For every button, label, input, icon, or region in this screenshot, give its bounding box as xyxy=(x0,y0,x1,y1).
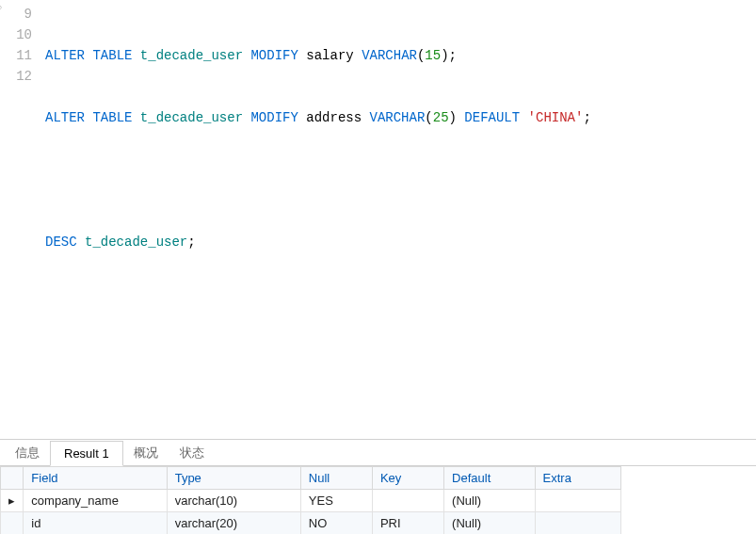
cell-null[interactable]: YES xyxy=(300,490,372,512)
cell-field[interactable]: id xyxy=(24,512,167,535)
cell-type[interactable]: varchar(10) xyxy=(167,490,300,512)
cell-field[interactable]: company_name xyxy=(24,490,167,512)
table-row[interactable]: ▸company_namevarchar(10)YES(Null) xyxy=(1,490,621,512)
cell-default[interactable]: (Null) xyxy=(444,512,535,535)
row-pointer xyxy=(1,512,24,535)
cell-key[interactable] xyxy=(372,490,443,512)
code-line-blank[interactable] xyxy=(45,170,591,190)
code-line[interactable]: ALTER TABLE t_decade_user MODIFY address… xyxy=(45,107,591,128)
sql-editor[interactable]: ○9 10 11 12 ALTER TABLE t_decade_user MO… xyxy=(0,0,756,298)
cell-type[interactable]: varchar(20) xyxy=(167,512,300,535)
tab-result-1[interactable]: Result 1 xyxy=(50,441,123,466)
cell-default[interactable]: (Null) xyxy=(444,490,535,512)
cell-key[interactable]: PRI xyxy=(372,512,443,535)
col-header-default[interactable]: Default xyxy=(444,467,535,490)
col-header-null[interactable]: Null xyxy=(300,467,372,490)
header-row: Field Type Null Key Default Extra xyxy=(1,467,621,490)
line-number: 9 xyxy=(24,7,32,22)
code-line[interactable]: DESC t_decade_user; xyxy=(45,232,591,252)
col-header-extra[interactable]: Extra xyxy=(535,467,620,490)
result-body: ▸company_namevarchar(10)YES(Null)idvarch… xyxy=(1,490,621,535)
row-pointer-header xyxy=(1,467,24,490)
tab-info[interactable]: 信息 xyxy=(4,440,51,466)
tab-profile[interactable]: 概况 xyxy=(122,440,169,466)
col-header-field[interactable]: Field xyxy=(24,467,167,490)
row-pointer: ▸ xyxy=(1,490,24,512)
cell-null[interactable]: NO xyxy=(300,512,372,535)
line-number: 10 xyxy=(0,24,32,45)
caret-marker: ○ xyxy=(0,0,2,19)
col-header-key[interactable]: Key xyxy=(372,467,443,490)
result-tabs: 信息 Result 1 概况 状态 xyxy=(0,440,756,466)
col-header-type[interactable]: Type xyxy=(167,467,300,490)
results-pane: 信息 Result 1 概况 状态 Field Type Null Key De… xyxy=(0,439,756,534)
tab-status[interactable]: 状态 xyxy=(169,440,216,466)
line-gutter: ○9 10 11 12 xyxy=(0,4,45,294)
result-table[interactable]: Field Type Null Key Default Extra ▸compa… xyxy=(0,466,621,534)
result-table-wrap: Field Type Null Key Default Extra ▸compa… xyxy=(0,466,756,534)
cell-extra[interactable] xyxy=(535,512,620,535)
code-line[interactable]: ALTER TABLE t_decade_user MODIFY salary … xyxy=(45,45,591,66)
cell-extra[interactable] xyxy=(535,490,620,512)
table-row[interactable]: idvarchar(20)NOPRI(Null) xyxy=(1,512,621,535)
line-number: 11 xyxy=(0,45,32,66)
code-content[interactable]: ALTER TABLE t_decade_user MODIFY salary … xyxy=(45,4,591,294)
line-number: 12 xyxy=(0,66,32,87)
